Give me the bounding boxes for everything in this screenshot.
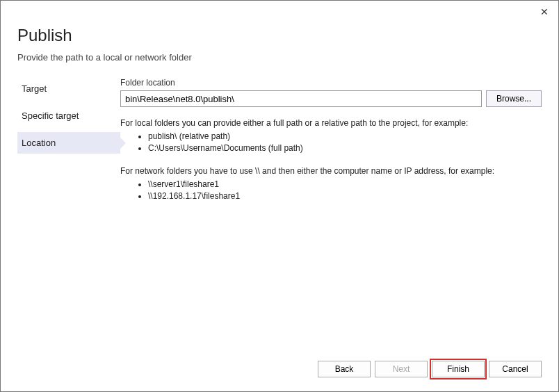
wizard-sidebar: Target Specific target Location bbox=[17, 78, 120, 213]
help-network-example: \\192.168.1.17\fileshare1 bbox=[148, 190, 542, 202]
finish-button[interactable]: Finish bbox=[432, 361, 485, 377]
help-local-example: publish\ (relative path) bbox=[148, 131, 542, 142]
sidebar-item-label: Location bbox=[22, 138, 56, 148]
folder-location-label: Folder location bbox=[120, 78, 542, 88]
wizard-footer: Back Next Finish Cancel bbox=[318, 361, 542, 377]
folder-location-input[interactable] bbox=[120, 90, 482, 107]
help-text: For local folders you can provide either… bbox=[120, 117, 542, 203]
close-icon[interactable]: ✕ bbox=[537, 5, 551, 19]
page-subtitle: Provide the path to a local or network f… bbox=[17, 52, 542, 63]
help-local-intro: For local folders you can provide either… bbox=[120, 117, 542, 129]
sidebar-item-location[interactable]: Location bbox=[17, 132, 120, 154]
sidebar-item-label: Specific target bbox=[22, 111, 79, 121]
sidebar-item-label: Target bbox=[22, 83, 47, 94]
help-network-intro: For network folders you have to use \\ a… bbox=[120, 165, 542, 177]
cancel-button[interactable]: Cancel bbox=[489, 361, 542, 377]
help-network-example: \\server1\fileshare1 bbox=[148, 179, 542, 190]
help-local-example: C:\Users\Username\Documents (full path) bbox=[148, 142, 542, 154]
sidebar-item-specific-target[interactable]: Specific target bbox=[17, 105, 120, 126]
back-button[interactable]: Back bbox=[318, 361, 371, 377]
next-button: Next bbox=[375, 361, 428, 377]
browse-button[interactable]: Browse... bbox=[486, 90, 542, 107]
page-title: Publish bbox=[17, 26, 542, 45]
sidebar-item-target[interactable]: Target bbox=[17, 78, 120, 99]
